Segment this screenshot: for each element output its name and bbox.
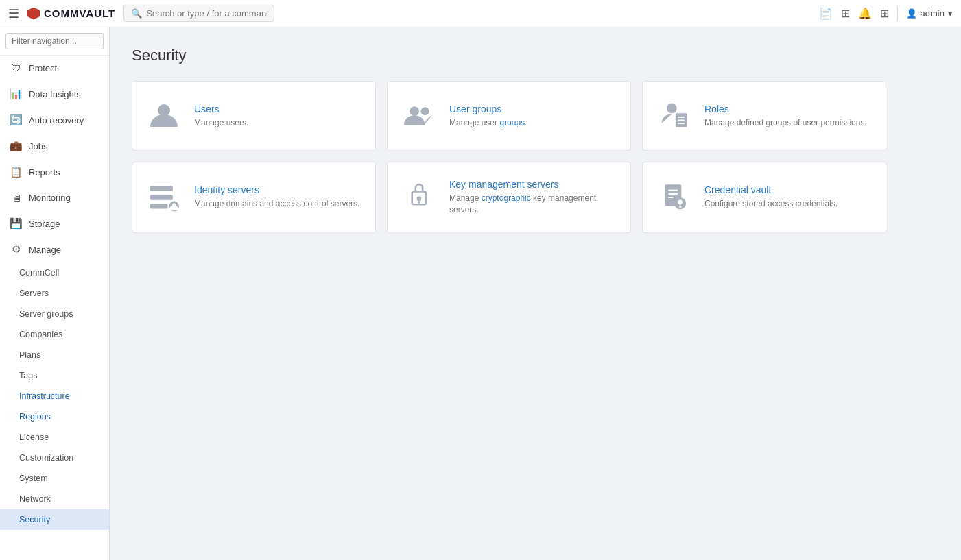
- sidebar-sub-security[interactable]: Security: [0, 509, 109, 530]
- roles-card-body: Roles Manage defined groups of user perm…: [704, 104, 867, 129]
- sidebar-item-storage[interactable]: 💾 Storage: [0, 210, 109, 236]
- users-card-desc: Manage users.: [194, 117, 248, 129]
- card-key-management[interactable]: Key management servers Manage cryptograp…: [387, 162, 631, 233]
- sidebar-item-monitoring[interactable]: 🖥 Monitoring: [0, 185, 109, 210]
- user-card-icon: [146, 98, 182, 134]
- svg-point-21: [678, 199, 683, 204]
- layout: 🛡 Protect 📊 Data Insights 🔄 Auto recover…: [0, 27, 961, 560]
- sidebar-sub-network[interactable]: Network: [0, 489, 109, 509]
- apps-icon[interactable]: ⊞: [880, 7, 889, 20]
- storage-icon: 💾: [10, 217, 22, 230]
- user-menu[interactable]: 👤 admin ▾: [906, 8, 953, 19]
- sidebar-item-reports[interactable]: 📋 Reports: [0, 159, 109, 185]
- key-management-card-desc: Manage cryptographic key management serv…: [449, 193, 617, 216]
- card-identity-servers[interactable]: Identity servers Manage domains and acce…: [132, 162, 376, 233]
- user-groups-card-body: User groups Manage user groups.: [449, 104, 527, 129]
- sidebar-item-auto-recovery[interactable]: 🔄 Auto recovery: [0, 107, 109, 133]
- grid-icon[interactable]: ⊞: [841, 7, 850, 20]
- key-management-card-title: Key management servers: [449, 179, 617, 190]
- sidebar-label-monitoring: Monitoring: [29, 193, 71, 203]
- sidebar-label-data-insights: Data Insights: [29, 89, 81, 99]
- identity-servers-card-title: Identity servers: [194, 184, 359, 195]
- sidebar-sub-tags[interactable]: Tags: [0, 365, 109, 386]
- page-title: Security: [132, 47, 939, 64]
- sidebar-sub-infrastructure[interactable]: Infrastructure: [0, 386, 109, 406]
- sidebar-sub-license[interactable]: License: [0, 427, 109, 448]
- logo[interactable]: COMMVAULT: [27, 8, 115, 20]
- manage-icon: ⚙: [10, 243, 22, 256]
- card-users[interactable]: Users Manage users.: [132, 81, 376, 151]
- svg-point-3: [667, 104, 677, 114]
- card-user-groups[interactable]: User groups Manage user groups.: [387, 81, 631, 151]
- logo-text: COMMVAULT: [44, 8, 115, 19]
- reports-icon: 📋: [10, 166, 22, 178]
- user-groups-card-title: User groups: [449, 104, 527, 114]
- sidebar-sub-servers[interactable]: Servers: [0, 283, 109, 304]
- users-card-body: Users Manage users.: [194, 104, 248, 129]
- sidebar-label-reports: Reports: [29, 167, 60, 178]
- sidebar-sub-commcell[interactable]: CommCell: [0, 263, 109, 283]
- key-card-icon: [401, 180, 437, 215]
- user-groups-card-desc: Manage user groups.: [449, 117, 527, 129]
- chevron-down-icon: ▾: [948, 8, 953, 19]
- roles-card-desc: Manage defined groups of user permission…: [704, 117, 867, 129]
- sidebar-sub-companies[interactable]: Companies: [0, 324, 109, 345]
- filter-input[interactable]: [5, 33, 104, 49]
- user-groups-card-icon: [401, 98, 437, 134]
- hamburger-menu[interactable]: ☰: [8, 6, 19, 21]
- user-label: admin: [921, 8, 945, 19]
- auto-recovery-icon: 🔄: [10, 114, 22, 126]
- sidebar-label-auto-recovery: Auto recovery: [29, 115, 84, 125]
- card-roles[interactable]: Roles Manage defined groups of user perm…: [642, 81, 886, 151]
- bell-icon[interactable]: 🔔: [858, 7, 872, 20]
- user-icon: 👤: [906, 8, 917, 19]
- users-card-title: Users: [194, 104, 248, 114]
- svg-point-2: [421, 107, 429, 115]
- cards-grid: Users Manage users. User groups: [132, 81, 886, 233]
- roles-card-title: Roles: [704, 104, 867, 114]
- svg-rect-10: [150, 204, 168, 208]
- topbar-right: 📄 ⊞ 🔔 ⊞ 👤 admin ▾: [819, 7, 953, 21]
- roles-card-icon: [656, 98, 692, 134]
- sidebar-sub-customization[interactable]: Customization: [0, 448, 109, 468]
- protect-icon: 🛡: [10, 62, 22, 74]
- divider: [897, 7, 898, 21]
- svg-point-14: [417, 196, 422, 201]
- svg-rect-9: [150, 195, 173, 199]
- sidebar-label-storage: Storage: [29, 219, 60, 229]
- credential-card-icon: [656, 180, 692, 215]
- sidebar-sub-plans[interactable]: Plans: [0, 345, 109, 365]
- credential-vault-card-desc: Configure stored access credentials.: [704, 198, 838, 210]
- sidebar-sub-system[interactable]: System: [0, 468, 109, 489]
- files-icon[interactable]: 📄: [819, 7, 833, 20]
- data-insights-icon: 📊: [10, 88, 22, 100]
- key-management-card-body: Key management servers Manage cryptograp…: [449, 179, 617, 216]
- sidebar-item-data-insights[interactable]: 📊 Data Insights: [0, 81, 109, 107]
- card-credential-vault[interactable]: Credential vault Configure stored access…: [642, 162, 886, 233]
- logo-icon: [27, 8, 40, 20]
- monitoring-icon: 🖥: [10, 192, 22, 204]
- svg-rect-8: [150, 186, 173, 191]
- sidebar-label-protect: Protect: [29, 63, 57, 73]
- sidebar-item-protect[interactable]: 🛡 Protect: [0, 56, 109, 81]
- jobs-icon: 💼: [10, 140, 22, 152]
- hamburger-icon: ☰: [8, 6, 19, 21]
- search-icon: 🔍: [131, 8, 142, 19]
- topbar: ☰ COMMVAULT 🔍 📄 ⊞ 🔔 ⊞ 👤 admin ▾: [0, 0, 961, 27]
- main-content: Security Users Manage users.: [110, 27, 961, 560]
- sidebar: 🛡 Protect 📊 Data Insights 🔄 Auto recover…: [0, 27, 110, 560]
- search-input[interactable]: [146, 8, 267, 19]
- identity-card-icon: [146, 180, 182, 215]
- sidebar-filter[interactable]: [0, 27, 109, 56]
- sidebar-item-manage[interactable]: ⚙ Manage: [0, 236, 109, 263]
- credential-vault-card-body: Credential vault Configure stored access…: [704, 184, 838, 210]
- identity-servers-card-desc: Manage domains and access control server…: [194, 198, 359, 210]
- sidebar-item-jobs[interactable]: 💼 Jobs: [0, 133, 109, 159]
- identity-servers-card-body: Identity servers Manage domains and acce…: [194, 184, 359, 210]
- sidebar-label-jobs: Jobs: [29, 141, 47, 151]
- svg-point-1: [410, 106, 419, 116]
- credential-vault-card-title: Credential vault: [704, 184, 838, 195]
- search-box[interactable]: 🔍: [123, 5, 274, 22]
- sidebar-sub-server-groups[interactable]: Server groups: [0, 304, 109, 324]
- sidebar-sub-regions[interactable]: Regions: [0, 406, 109, 427]
